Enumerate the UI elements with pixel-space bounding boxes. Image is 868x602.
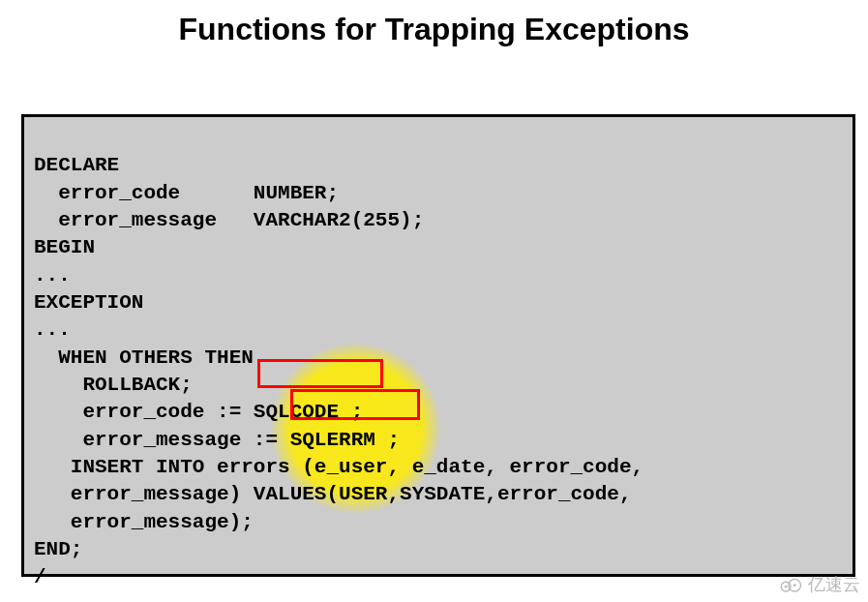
code-line: DECLARE bbox=[34, 154, 119, 176]
svg-point-3 bbox=[793, 584, 796, 587]
watermark-text: 亿速云 bbox=[808, 573, 860, 596]
code-line: error_code := SQLCODE ; bbox=[34, 401, 363, 423]
code-line: error_message) VALUES(USER,SYSDATE,error… bbox=[34, 483, 632, 505]
code-line: error_code NUMBER; bbox=[34, 182, 339, 204]
svg-point-2 bbox=[785, 586, 788, 588]
code-line: error_message := SQLERRM ; bbox=[34, 429, 400, 451]
code-line: WHEN OTHERS THEN bbox=[34, 346, 254, 369]
page-title: Functions for Trapping Exceptions bbox=[0, 0, 868, 55]
code-line: error_message); bbox=[34, 511, 254, 533]
code-line: BEGIN bbox=[34, 236, 95, 258]
watermark: 亿速云 bbox=[777, 573, 860, 596]
code-line: / bbox=[34, 566, 46, 588]
code-line: INSERT INTO errors (e_user, e_date, erro… bbox=[34, 456, 644, 478]
cloud-icon bbox=[777, 575, 804, 594]
code-line: error_message VARCHAR2(255); bbox=[34, 209, 424, 231]
code-line: ... bbox=[34, 318, 71, 341]
code-line: ROLLBACK; bbox=[34, 374, 193, 396]
code-block: DECLARE error_code NUMBER; error_message… bbox=[21, 114, 855, 577]
code-line: END; bbox=[34, 538, 82, 560]
code-line: ... bbox=[34, 264, 71, 286]
code-line: EXCEPTION bbox=[34, 291, 143, 314]
code-text: DECLARE error_code NUMBER; error_message… bbox=[34, 152, 843, 591]
